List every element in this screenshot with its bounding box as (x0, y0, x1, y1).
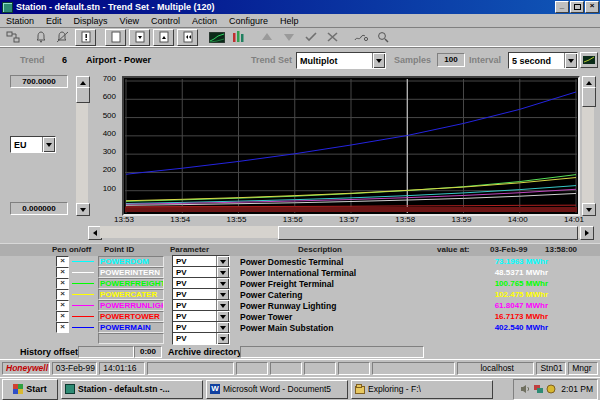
status-cell (236, 362, 268, 375)
sign-icon[interactable] (351, 30, 370, 45)
time-scrollbar[interactable] (88, 226, 594, 238)
restore-button[interactable] (570, 1, 584, 13)
menu-displays[interactable]: Displays (68, 16, 114, 26)
pen-checkbox[interactable]: × (56, 311, 69, 322)
right-scrollbar[interactable] (582, 76, 594, 216)
value-date: 03-Feb-99 (490, 245, 527, 254)
scroll-down-icon[interactable] (76, 203, 90, 216)
page-back-icon[interactable] (177, 29, 198, 46)
x-tick-label: 13:53 (110, 215, 138, 224)
lower-icon[interactable] (279, 30, 298, 45)
overview-icon[interactable] (3, 30, 22, 45)
table-row[interactable]: × POWERRUNLIGHT PV Power Runway Lighting… (0, 300, 600, 311)
point-id-field[interactable]: POWERDOM (98, 256, 164, 267)
point-id-field[interactable]: POWERINTERN (98, 267, 164, 278)
table-row[interactable]: × POWERDOM PV Power Domestic Terminal 73… (0, 256, 600, 267)
pen-checkbox[interactable]: × (56, 267, 69, 278)
close-button[interactable]: × (585, 1, 599, 13)
scroll-right-icon[interactable] (580, 226, 594, 240)
pen-checkbox[interactable]: × (56, 278, 69, 289)
menu-configure[interactable]: Configure (223, 16, 274, 26)
page-up-icon[interactable] (153, 29, 174, 46)
task-station[interactable]: Station - default.stn -... (61, 380, 203, 399)
volume-icon[interactable] (520, 384, 531, 394)
title-bar[interactable]: Station - default.stn - Trend Set - Mult… (0, 0, 600, 14)
minimize-button[interactable]: _ (555, 1, 569, 13)
trend-set-dropdown[interactable]: Multiplot (296, 52, 386, 69)
task-explorer[interactable]: Exploring - F:\ (351, 380, 493, 399)
table-row[interactable]: × POWERFREIGHT PV Power Freight Terminal… (0, 278, 600, 289)
table-row[interactable]: × PV (0, 333, 600, 344)
page-icon[interactable] (105, 29, 126, 46)
word-icon: W (210, 384, 220, 394)
pen-table-header: Pen on/off Point ID Parameter Descriptio… (0, 243, 600, 257)
y-min-field[interactable]: 0.000000 (10, 202, 68, 215)
footer-bar: History offset 0:00 Archive directory (0, 345, 600, 359)
point-id-field[interactable] (98, 333, 164, 344)
scrollbar-track[interactable] (76, 87, 88, 205)
trend-plot[interactable] (122, 76, 580, 216)
pen-color-sample (72, 294, 94, 295)
point-id-field[interactable]: POWERTOWER (98, 311, 164, 322)
cancel-icon[interactable] (323, 30, 342, 45)
y-max-field[interactable]: 700.0000 (10, 75, 68, 88)
table-row[interactable]: × POWERCATER PV Power Catering 102.475 M… (0, 289, 600, 300)
x-tick-label: 13:59 (448, 215, 476, 224)
point-id-field[interactable]: POWERCATER (98, 289, 164, 300)
network-icon[interactable] (533, 384, 544, 394)
agent-icon[interactable] (546, 384, 557, 394)
pen-checkbox[interactable]: × (56, 256, 69, 267)
pen-checkbox[interactable]: × (56, 289, 69, 300)
point-id-field[interactable]: POWERMAIN (98, 322, 164, 333)
mini-trend-icon (583, 56, 595, 64)
interval-dropdown[interactable]: 5 second (508, 52, 578, 69)
trend-display-icon[interactable] (207, 30, 226, 45)
history-offset-field[interactable] (78, 346, 134, 358)
scrollbar-thumb[interactable] (582, 87, 596, 107)
pen-checkbox[interactable]: × (56, 300, 69, 311)
value-text: 73.1963 MWhr (438, 257, 548, 266)
point-id-field[interactable]: POWERFREIGHT (98, 278, 164, 289)
accept-icon[interactable] (301, 30, 320, 45)
col-description: Description (298, 245, 342, 254)
chevron-down-icon[interactable] (564, 53, 577, 68)
alarm-icon[interactable] (31, 30, 50, 45)
x-tick-label: 13:58 (391, 215, 419, 224)
point-id-field[interactable]: POWERRUNLIGHT (98, 300, 164, 311)
table-row[interactable]: × POWERTOWER PV Power Tower 16.7173 MWhr (0, 311, 600, 322)
start-button[interactable]: Start (2, 379, 58, 400)
zoom-icon[interactable] (373, 30, 392, 45)
brand-label: Honeywell (2, 362, 50, 375)
trend-title: Airport - Power (86, 55, 151, 65)
y-scale-scrollbar[interactable] (76, 76, 88, 216)
menu-station[interactable]: Station (0, 16, 40, 26)
history-offset-value[interactable]: 0:00 (134, 346, 162, 358)
page-down-icon[interactable] (129, 29, 150, 46)
status-cell (372, 362, 455, 375)
archive-directory-field[interactable] (240, 346, 424, 358)
menu-edit[interactable]: Edit (40, 16, 68, 26)
chevron-down-icon[interactable] (216, 333, 229, 344)
table-row[interactable]: × POWERINTERN PV Power International Ter… (0, 267, 600, 278)
menu-view[interactable]: View (114, 16, 145, 26)
message-icon[interactable] (75, 29, 96, 46)
group-display-icon[interactable] (229, 30, 248, 45)
chevron-down-icon[interactable] (42, 137, 55, 152)
eu-dropdown[interactable]: EU (10, 136, 56, 153)
table-row[interactable]: × POWERMAIN PV Power Main Substation 402… (0, 322, 600, 333)
alarm-disabled-icon[interactable] (53, 30, 72, 45)
menu-control[interactable]: Control (145, 16, 186, 26)
scrollbar-thumb[interactable] (76, 87, 90, 103)
raise-icon[interactable] (257, 30, 276, 45)
menu-action[interactable]: Action (186, 16, 223, 26)
parameter-dropdown[interactable]: PV (172, 332, 230, 345)
task-word[interactable]: W Microsoft Word - Document5 (206, 380, 348, 399)
pen-checkbox[interactable]: × (56, 322, 69, 333)
pen-color-sample (72, 327, 94, 328)
chevron-down-icon[interactable] (372, 53, 385, 68)
menu-help[interactable]: Help (274, 16, 305, 26)
scrollbar-thumb[interactable] (278, 226, 578, 240)
trend-tool-button[interactable] (580, 52, 598, 68)
samples-field[interactable]: 100 (437, 53, 465, 67)
pen-table: × POWERDOM PV Power Domestic Terminal 73… (0, 256, 600, 345)
